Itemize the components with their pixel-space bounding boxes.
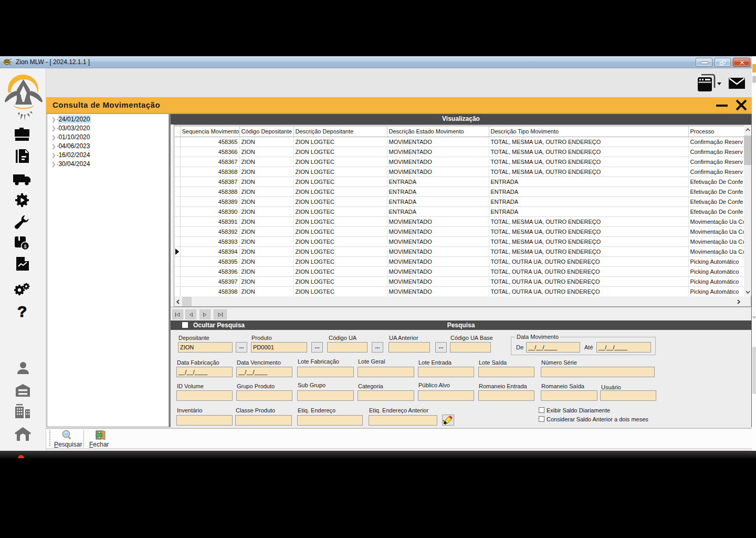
svg-text:$: $: [24, 244, 26, 249]
